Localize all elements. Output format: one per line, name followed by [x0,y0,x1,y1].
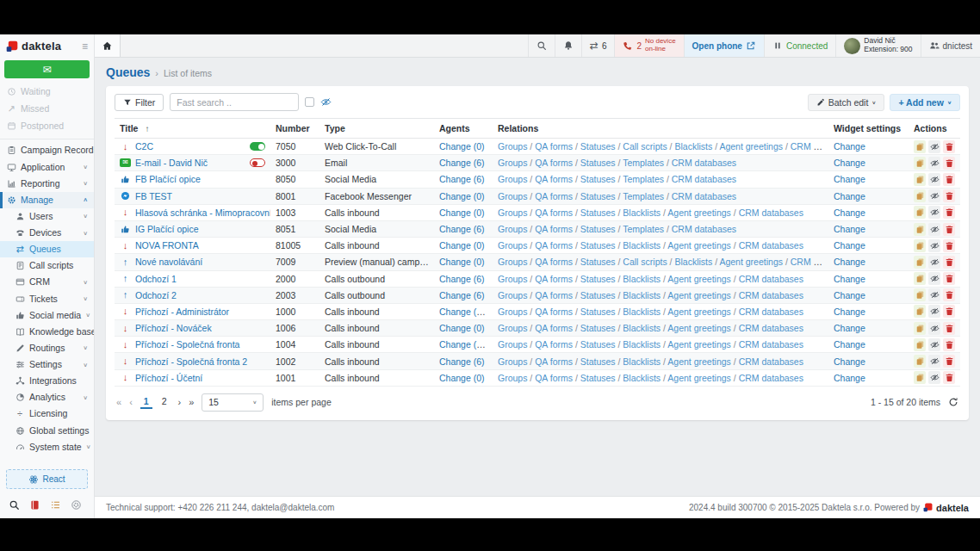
relation-link-crm-databases[interactable]: CRM databases [672,224,736,234]
relation-link-blacklists[interactable]: Blacklists [674,141,712,152]
sidebar-item-devices[interactable]: Devices ∨ [0,225,94,241]
relation-link-crm-databases[interactable]: CRM databases [672,174,736,184]
widget-change-link[interactable]: Change [834,141,865,152]
agents-change-link[interactable]: Change (6) [439,356,485,367]
items-per-page-select[interactable]: 15 ∨ [202,393,264,412]
last-page-button[interactable]: » [189,397,194,407]
clone-button[interactable] [914,272,926,285]
relation-link-crm-databases[interactable]: CRM databases [739,306,803,317]
relation-link-groups[interactable]: Groups [498,323,527,333]
relation-link-qa-forms[interactable]: QA forms [535,207,573,218]
clone-button[interactable] [914,338,926,351]
relation-link-qa-forms[interactable]: QA forms [535,141,573,152]
clone-button[interactable] [914,157,926,170]
agents-change-link[interactable]: Change (0) [439,207,485,218]
clone-button[interactable] [914,173,926,186]
relation-link-blacklists[interactable]: Blacklists [623,274,661,284]
relation-link-groups[interactable]: Groups [498,191,527,201]
relation-link-qa-forms[interactable]: QA forms [535,240,573,251]
relation-link-qa-forms[interactable]: QA forms [535,274,573,284]
relation-link-qa-forms[interactable]: QA forms [535,306,573,317]
relation-link-statuses[interactable]: Statuses [580,141,616,152]
sidebar-item-users[interactable]: Users ∨ [0,208,94,225]
relation-link-groups[interactable]: Groups [498,257,527,267]
sidebar-item-social-media[interactable]: Social media ∨ [0,307,94,324]
delete-button[interactable] [943,157,955,170]
relation-link-templates[interactable]: Templates [623,191,664,201]
sidebar-item-manage[interactable]: Manage ∧ [0,192,94,208]
sidebar-item-licensing[interactable]: ÷ Licensing [0,406,94,422]
relation-link-crm-databases[interactable]: CRM databases [739,339,803,350]
clone-button[interactable] [914,206,926,219]
queue-title-link[interactable]: E-mail - David Nič [135,158,208,168]
relation-link-groups[interactable]: Groups [498,141,527,152]
queue-title-link[interactable]: Příchozí - Administrátor [135,306,229,317]
delete-button[interactable] [943,189,955,202]
widget-change-link[interactable]: Change [834,290,865,300]
relation-link-groups[interactable]: Groups [498,224,527,234]
queue-title-link[interactable]: FB Plačící opice [135,174,201,184]
queue-title-link[interactable]: Příchozí - Společná fronta 2 [135,356,247,367]
delete-button[interactable] [943,140,955,153]
page-button-2[interactable]: 2 [158,395,171,409]
relation-link-blacklists[interactable]: Blacklists [623,356,661,367]
deactivate-button[interactable] [928,140,940,153]
delete-button[interactable] [943,288,955,301]
relation-link-blacklists[interactable]: Blacklists [623,240,661,251]
relation-link-templates[interactable]: Templates [623,224,664,234]
relation-link-agent-greetings[interactable]: Agent greetings [667,290,731,300]
relation-link-blacklists[interactable]: Blacklists [623,339,661,350]
sidebar-item-application[interactable]: Application ∨ [0,159,94,176]
relation-link-statuses[interactable]: Statuses [580,323,616,333]
deactivate-button[interactable] [928,256,940,269]
react-toggle-button[interactable]: React [6,469,88,489]
relation-link-agent-greetings[interactable]: Agent greetings [667,306,731,317]
first-page-button[interactable]: « [116,397,121,407]
relation-link-templates[interactable]: Templates [623,174,664,184]
sidebar-item-system-state[interactable]: System state ∨ [0,439,94,455]
clone-button[interactable] [914,239,926,252]
new-message-button[interactable]: ✉ [4,60,90,78]
select-all-checkbox[interactable] [305,97,314,107]
deactivate-button[interactable] [928,206,940,219]
sidebar-item-crm[interactable]: CRM ∨ [0,274,94,290]
batch-edit-button[interactable]: Batch edit ∨ [808,94,885,111]
delete-button[interactable] [943,239,955,252]
widget-change-link[interactable]: Change [834,306,865,317]
sidebar-item-integrations[interactable]: Integrations [0,373,94,389]
relation-link-qa-forms[interactable]: QA forms [535,191,573,201]
clone-button[interactable] [914,371,926,384]
tasks-tool-button[interactable] [47,497,64,512]
sidebar-item-queues[interactable]: ⇄ Queues [0,241,94,257]
sidebar-item-missed[interactable]: ↗ Missed [0,101,94,117]
deactivate-button[interactable] [928,305,940,318]
relation-link-agent-greetings[interactable]: Agent greetings [667,339,731,350]
relation-link-agent-greetings[interactable]: Agent greetings [667,373,731,383]
relation-link-groups[interactable]: Groups [498,240,527,251]
relation-link-groups[interactable]: Groups [498,339,527,350]
queue-title-link[interactable]: FB TEST [135,191,172,201]
fast-search-input[interactable] [170,93,299,111]
widget-change-link[interactable]: Change [834,224,865,234]
relation-link-qa-forms[interactable]: QA forms [535,339,573,350]
relation-link-statuses[interactable]: Statuses [580,373,616,383]
clone-button[interactable] [914,223,926,236]
delete-button[interactable] [943,206,955,219]
queue-title-link[interactable]: Hlasová schránka - Mimopracovní [135,207,270,218]
relation-link-blacklists[interactable]: Blacklists [623,323,661,333]
widget-change-link[interactable]: Change [834,373,865,383]
relation-link-call-scripts[interactable]: Call scripts [623,257,667,267]
delete-button[interactable] [943,371,955,384]
delete-button[interactable] [943,355,955,368]
sidebar-item-settings[interactable]: Settings ∨ [0,356,94,373]
relation-link-qa-forms[interactable]: QA forms [535,174,573,184]
widget-change-link[interactable]: Change [834,174,865,184]
relation-link-agent-greetings[interactable]: Agent greetings [667,356,731,367]
queue-title-link[interactable]: IG Plačící opice [135,224,199,234]
relation-link-statuses[interactable]: Statuses [580,191,616,201]
queue-title-link[interactable]: Příchozí - Účetní [135,373,202,383]
sidebar-item-call-scripts[interactable]: Call scripts [0,257,94,274]
notifications-button[interactable] [555,34,581,57]
clone-button[interactable] [914,305,926,318]
deactivate-button[interactable] [928,272,940,285]
